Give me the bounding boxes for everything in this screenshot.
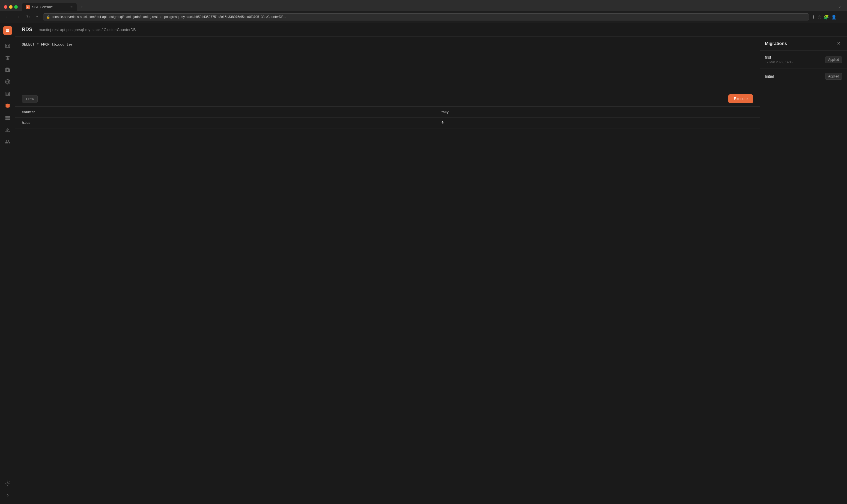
title-bar: ≡ SST Console ✕ + ∨ (0, 0, 847, 11)
address-text: console.serverless-stack.com/rest-api-po… (52, 15, 286, 19)
migrations-close-button[interactable]: ✕ (835, 40, 842, 47)
table-header-row: counter tally (15, 107, 760, 118)
content-area: SELECT * FROM tblcounter 1 row Execute c… (15, 37, 847, 504)
tab-title: SST Console (32, 5, 53, 9)
svg-point-6 (7, 483, 8, 484)
tab-close-button[interactable]: ✕ (70, 5, 73, 9)
sidebar-item-storage[interactable] (2, 112, 13, 123)
lock-icon: 🔒 (47, 15, 50, 19)
sidebar-item-terminal[interactable] (2, 40, 13, 51)
sidebar-item-stacks[interactable] (2, 52, 13, 63)
row-count-badge: 1 row (22, 95, 38, 103)
query-editor[interactable]: SELECT * FROM tblcounter (15, 37, 760, 91)
refresh-button[interactable]: ↻ (24, 14, 31, 20)
tabs-bar: ≡ SST Console ✕ + (22, 3, 834, 11)
close-window-button[interactable] (4, 5, 7, 9)
table-cell-tally: 0 (435, 118, 760, 128)
migration-name: first (765, 55, 793, 59)
migrations-list: first 17 Mar 2022, 14:42 Applied Initial… (760, 51, 847, 84)
tab-favicon: ≡ (26, 5, 30, 9)
page-header: RDS manitej-rest-api-postgresql-my-stack… (15, 23, 847, 37)
results-data-table: counter tally hits0 (15, 107, 760, 128)
execute-button[interactable]: Execute (728, 94, 753, 103)
address-bar[interactable]: 🔒 console.serverless-stack.com/rest-api-… (43, 13, 809, 20)
migration-info: first 17 Mar 2022, 14:42 (765, 55, 793, 64)
migrations-title: Migrations (765, 41, 787, 46)
migration-status-badge: Applied (825, 73, 842, 79)
sidebar-item-users[interactable] (2, 137, 13, 147)
table-cell-counter: hits (15, 118, 435, 128)
migrations-panel: Migrations ✕ first 17 Mar 2022, 14:42 Ap… (760, 37, 847, 504)
sql-query[interactable]: SELECT * FROM tblcounter (22, 42, 753, 48)
migrations-header: Migrations ✕ (760, 37, 847, 51)
browser-chrome: ≡ SST Console ✕ + ∨ ← → ↻ ⌂ 🔒 console.se… (0, 0, 847, 23)
extensions-icon[interactable]: 🧩 (824, 15, 829, 20)
logo-icon (5, 28, 10, 33)
sidebar-item-collapse[interactable] (2, 490, 13, 501)
browser-tab-active[interactable]: ≡ SST Console ✕ (22, 3, 77, 11)
migration-item[interactable]: Initial Applied (760, 69, 847, 84)
back-button[interactable]: ← (4, 14, 12, 20)
sidebar-item-functions[interactable] (2, 65, 13, 75)
traffic-lights (4, 5, 18, 9)
main-content: RDS manitej-rest-api-postgresql-my-stack… (15, 23, 847, 504)
col-header-counter: counter (15, 107, 435, 118)
migration-item[interactable]: first 17 Mar 2022, 14:42 Applied (760, 51, 847, 69)
sidebar-bottom (2, 478, 13, 501)
query-toolbar: 1 row Execute (15, 91, 760, 107)
page-title: RDS (22, 27, 32, 33)
nav-bar: ← → ↻ ⌂ 🔒 console.serverless-stack.com/r… (0, 11, 847, 23)
breadcrumb: manitej-rest-api-postgresql-my-stack / C… (39, 28, 136, 32)
svg-rect-3 (5, 116, 10, 117)
migration-info: Initial (765, 74, 774, 78)
forward-button[interactable]: → (14, 14, 22, 20)
migration-date: 17 Mar 2022, 14:42 (765, 60, 793, 64)
svg-rect-4 (5, 117, 10, 119)
profile-icon[interactable]: 👤 (831, 15, 836, 20)
sidebar-item-domains[interactable] (2, 76, 13, 87)
bookmark-icon[interactable]: ☆ (817, 15, 822, 20)
window-expand[interactable]: ∨ (836, 4, 843, 10)
sidebar-item-settings[interactable] (2, 478, 13, 489)
query-area: SELECT * FROM tblcounter 1 row Execute c… (15, 37, 760, 504)
home-button[interactable]: ⌂ (34, 14, 40, 20)
col-header-tally: tally (435, 107, 760, 118)
app-logo[interactable] (3, 26, 12, 35)
sidebar (0, 23, 15, 504)
nav-actions: ⬆ ☆ 🧩 👤 ⋮ (812, 15, 843, 20)
results-table: counter tally hits0 (15, 107, 760, 504)
new-tab-button[interactable]: + (78, 3, 86, 11)
sidebar-item-table[interactable] (2, 88, 13, 99)
sidebar-item-alerts[interactable] (2, 124, 13, 135)
migration-name: Initial (765, 74, 774, 78)
app-container: RDS manitej-rest-api-postgresql-my-stack… (0, 23, 847, 504)
table-row: hits0 (15, 118, 760, 128)
svg-rect-5 (5, 119, 10, 120)
minimize-window-button[interactable] (9, 5, 13, 9)
sidebar-item-rds[interactable] (2, 101, 13, 111)
menu-icon[interactable]: ⋮ (839, 15, 843, 20)
migration-status-badge: Applied (825, 56, 842, 63)
share-icon[interactable]: ⬆ (812, 15, 815, 20)
maximize-window-button[interactable] (14, 5, 18, 9)
